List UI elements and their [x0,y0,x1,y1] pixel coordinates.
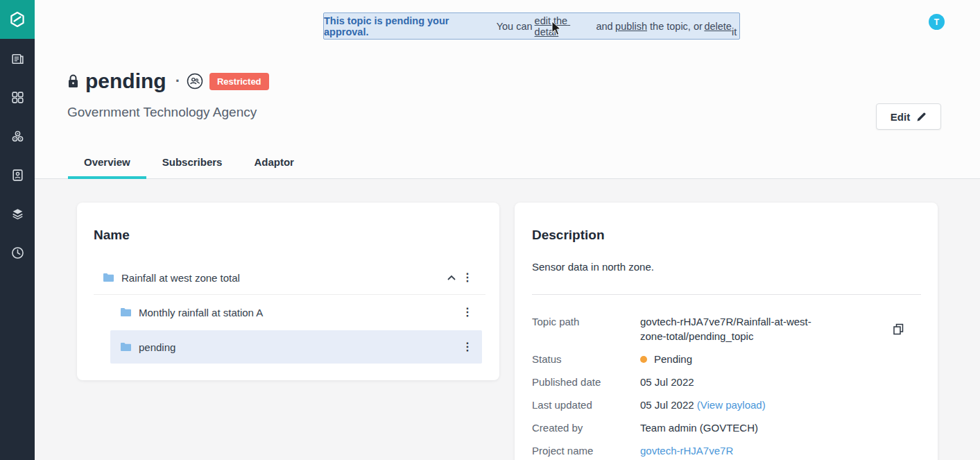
description-card: Description Sensor data in north zone. T… [515,203,938,460]
tree-row-selected[interactable]: pending ⋮ [110,330,482,364]
topic-path-value: govtech-rHJA7ve7R/Rainfall-at-west-zone-… [640,314,820,343]
kebab-menu-icon[interactable]: ⋮ [461,304,474,321]
tree-row-label: Rainfall at west zone total [121,272,240,284]
publish-link[interactable]: publish [615,21,647,32]
page-title: pending [85,69,166,93]
banner-text: it [732,15,739,37]
detail-label: Last updated [532,398,640,412]
edit-detail-link[interactable]: edit the detail [535,15,594,37]
detail-label: Topic path [532,314,640,343]
title-separator: · [175,72,180,90]
detail-label: Published date [532,375,640,389]
contact-card-icon [10,168,25,182]
edit-button[interactable]: Edit [876,103,941,130]
layers-icon [10,207,25,221]
group-icon [187,73,203,90]
tree-row-label: pending [139,341,175,353]
last-updated-value: 05 Jul 2022 [640,399,697,411]
sidebar-item-contacts[interactable] [0,155,35,194]
tab-bar: Overview Subscribers Adaptor [35,147,980,179]
tab-subscribers[interactable]: Subscribers [146,147,239,179]
detail-label: Created by [532,420,640,435]
sidebar-item-news[interactable] [0,39,35,78]
detail-row-last-updated: Last updated 05 Jul 2022 (View payload) [532,398,921,412]
detail-row-created-by: Created by Team admin (GOVTECH) [532,420,921,435]
edit-button-label: Edit [891,111,910,123]
created-by-value: Team admin (GOVTECH) [640,420,758,435]
sidebar-item-layers[interactable] [0,194,35,233]
description-divider [532,294,921,295]
name-card-heading: Name [94,228,130,243]
hexagon-logo-icon [8,10,26,28]
sidebar-item-cluster[interactable] [0,117,35,155]
name-card: Name Rainfall at west zone total ⋮ Month… [77,203,499,380]
status-pending-dot [640,356,647,363]
published-date-value: 05 Jul 2022 [640,375,694,389]
user-avatar[interactable]: T [929,14,945,30]
apps-grid-icon [10,90,25,105]
description-card-heading: Description [532,228,605,243]
banner-text: You can [494,21,535,32]
tab-overview[interactable]: Overview [68,147,146,179]
tree-row-child[interactable]: Monthly rainfall at station A ⋮ [77,296,499,329]
status-value: Pending [654,353,692,365]
approval-banner: This topic is pending your approval. You… [323,12,740,40]
chevron-up-icon [447,275,456,280]
cluster-icon [10,129,25,144]
kebab-menu-icon[interactable]: ⋮ [461,339,474,355]
restricted-badge: Restricted [209,73,269,90]
banner-text: the topic, or [647,21,704,32]
sidebar-item-apps[interactable] [0,78,35,117]
pencil-icon [916,112,927,122]
copy-topic-path-button[interactable] [892,323,907,338]
banner-bold-text: This topic is pending your approval. [324,15,494,37]
content-area: Name Rainfall at west zone total ⋮ Month… [35,179,980,460]
collapse-button[interactable] [445,271,458,284]
tree-divider [94,294,485,295]
page-title-row: pending · Restricted [67,69,269,94]
detail-label: Status [532,352,640,366]
detail-label: Project name [532,443,640,458]
folder-icon [120,342,132,352]
detail-row-topic-path: Topic path govtech-rHJA7ve7R/Rainfall-at… [532,314,921,343]
kebab-menu-icon[interactable]: ⋮ [461,269,474,286]
tab-adaptor[interactable]: Adaptor [238,147,310,179]
news-icon [10,51,25,66]
details-list: Topic path govtech-rHJA7ve7R/Rainfall-at… [532,314,921,460]
detail-row-status: Status Pending [532,352,921,366]
sidebar [0,0,35,460]
project-name-link[interactable]: govtech-rHJA7ve7R [640,445,733,457]
detail-row-project-name: Project name govtech-rHJA7ve7R [532,443,921,458]
banner-text: and [593,21,615,32]
tree-row-label: Monthly rainfall at station A [139,307,263,318]
folder-icon [103,273,114,282]
description-text: Sensor data in north zone. [532,261,654,273]
view-payload-link[interactable]: (View payload) [697,399,766,411]
app-logo[interactable] [0,0,35,39]
lock-icon [67,74,79,89]
sidebar-item-history[interactable] [0,233,35,272]
page-subtitle: Government Technology Agency [67,105,257,120]
avatar-initial: T [934,17,939,27]
history-icon [10,246,25,260]
tree-row-parent[interactable]: Rainfall at west zone total ⋮ [77,261,499,294]
folder-icon [120,307,132,317]
detail-row-published-date: Published date 05 Jul 2022 [532,375,921,389]
copy-icon [892,323,905,336]
delete-link[interactable]: delete [704,21,732,32]
